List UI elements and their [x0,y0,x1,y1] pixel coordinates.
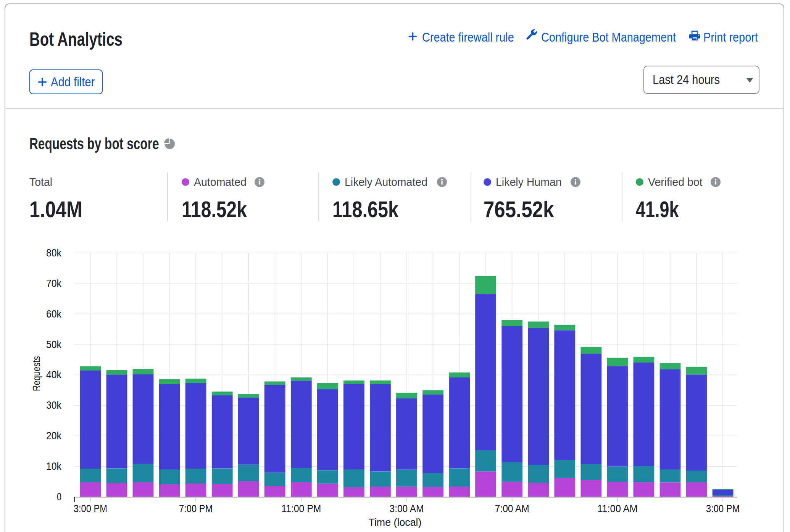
svg-text:60k: 60k [46,308,61,320]
svg-text:3:00 PM: 3:00 PM [706,503,740,514]
svg-text:30k: 30k [46,400,61,411]
svg-text:80k: 80k [46,247,61,259]
svg-text:3:00 PM: 3:00 PM [74,503,107,514]
svg-text:11:00 PM: 11:00 PM [281,503,321,514]
svg-text:10k: 10k [46,461,61,472]
svg-text:3:00 AM: 3:00 AM [390,503,424,514]
svg-text:7:00 PM: 7:00 PM [179,503,213,514]
svg-text:50k: 50k [46,339,61,350]
svg-text:7:00 AM: 7:00 AM [495,503,529,514]
svg-text:70k: 70k [46,278,61,289]
svg-text:20k: 20k [46,430,61,442]
svg-text:Time (local): Time (local) [369,516,422,528]
svg-text:0: 0 [57,491,61,503]
svg-text:40k: 40k [46,369,61,380]
svg-text:11:00 AM: 11:00 AM [597,503,638,514]
svg-text:Requests: Requests [31,356,42,391]
